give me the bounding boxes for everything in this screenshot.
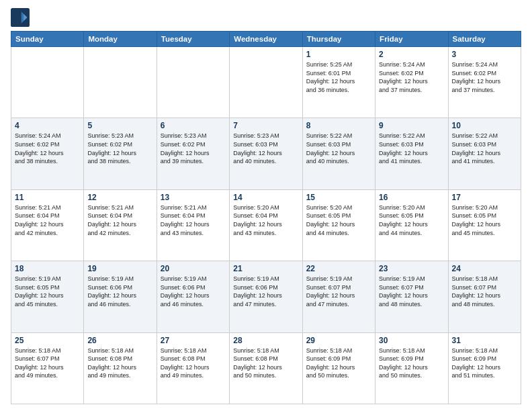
cell-info: Sunrise: 5:19 AM Sunset: 6:05 PM Dayligh… — [15, 275, 80, 308]
day-number: 15 — [306, 193, 371, 202]
day-number: 17 — [452, 193, 517, 202]
logo-icon — [11, 8, 30, 27]
calendar-cell: 11Sunrise: 5:21 AM Sunset: 6:04 PM Dayli… — [11, 189, 84, 261]
cell-info: Sunrise: 5:22 AM Sunset: 6:03 PM Dayligh… — [379, 132, 444, 165]
day-number: 19 — [87, 264, 152, 273]
cell-info: Sunrise: 5:23 AM Sunset: 6:03 PM Dayligh… — [233, 132, 298, 165]
calendar-cell: 19Sunrise: 5:19 AM Sunset: 6:06 PM Dayli… — [84, 261, 157, 332]
day-number: 28 — [233, 336, 298, 345]
cell-info: Sunrise: 5:18 AM Sunset: 6:09 PM Dayligh… — [379, 347, 444, 380]
calendar-cell: 9Sunrise: 5:22 AM Sunset: 6:03 PM Daylig… — [375, 118, 448, 189]
day-number: 11 — [15, 193, 80, 202]
cell-info: Sunrise: 5:21 AM Sunset: 6:04 PM Dayligh… — [161, 203, 226, 237]
cell-info: Sunrise: 5:18 AM Sunset: 6:09 PM Dayligh… — [306, 347, 371, 380]
cell-info: Sunrise: 5:23 AM Sunset: 6:02 PM Dayligh… — [87, 132, 152, 165]
calendar-week-row: 11Sunrise: 5:21 AM Sunset: 6:04 PM Dayli… — [11, 189, 521, 261]
calendar-cell: 26Sunrise: 5:18 AM Sunset: 6:08 PM Dayli… — [84, 332, 157, 404]
day-number: 24 — [452, 264, 517, 273]
cell-info: Sunrise: 5:18 AM Sunset: 6:08 PM Dayligh… — [161, 347, 226, 380]
calendar-cell: 28Sunrise: 5:18 AM Sunset: 6:08 PM Dayli… — [230, 332, 302, 404]
calendar-cell: 24Sunrise: 5:18 AM Sunset: 6:07 PM Dayli… — [448, 261, 521, 332]
day-number: 2 — [379, 50, 444, 59]
cell-info: Sunrise: 5:19 AM Sunset: 6:07 PM Dayligh… — [306, 275, 371, 308]
cell-info: Sunrise: 5:24 AM Sunset: 6:02 PM Dayligh… — [15, 132, 80, 165]
calendar-cell: 3Sunrise: 5:24 AM Sunset: 6:02 PM Daylig… — [448, 47, 521, 118]
cell-info: Sunrise: 5:20 AM Sunset: 6:05 PM Dayligh… — [379, 203, 444, 237]
calendar-cell: 8Sunrise: 5:22 AM Sunset: 6:03 PM Daylig… — [302, 118, 375, 189]
day-number: 7 — [233, 121, 298, 130]
calendar-cell — [84, 47, 157, 118]
logo — [11, 8, 32, 27]
weekday-header-row: SundayMondayTuesdayWednesdayThursdayFrid… — [11, 32, 521, 47]
calendar-cell: 12Sunrise: 5:21 AM Sunset: 6:04 PM Dayli… — [84, 189, 157, 261]
day-number: 20 — [161, 264, 226, 273]
calendar-cell: 22Sunrise: 5:19 AM Sunset: 6:07 PM Dayli… — [302, 261, 375, 332]
calendar-week-row: 18Sunrise: 5:19 AM Sunset: 6:05 PM Dayli… — [11, 261, 521, 332]
calendar-week-row: 1Sunrise: 5:25 AM Sunset: 6:01 PM Daylig… — [11, 47, 521, 118]
day-number: 27 — [161, 336, 226, 345]
day-number: 31 — [452, 336, 517, 345]
cell-info: Sunrise: 5:23 AM Sunset: 6:02 PM Dayligh… — [161, 132, 226, 165]
calendar-cell: 5Sunrise: 5:23 AM Sunset: 6:02 PM Daylig… — [84, 118, 157, 189]
weekday-header-tuesday: Tuesday — [157, 32, 229, 47]
day-number: 1 — [306, 50, 371, 59]
cell-info: Sunrise: 5:19 AM Sunset: 6:06 PM Dayligh… — [161, 275, 226, 308]
day-number: 29 — [306, 336, 371, 345]
cell-info: Sunrise: 5:18 AM Sunset: 6:09 PM Dayligh… — [452, 347, 517, 380]
day-number: 21 — [233, 264, 298, 273]
header — [11, 8, 521, 27]
calendar-cell: 25Sunrise: 5:18 AM Sunset: 6:07 PM Dayli… — [11, 332, 84, 404]
day-number: 10 — [452, 121, 517, 130]
cell-info: Sunrise: 5:20 AM Sunset: 6:05 PM Dayligh… — [306, 203, 371, 237]
day-number: 26 — [87, 336, 152, 345]
day-number: 3 — [452, 50, 517, 59]
calendar-cell: 18Sunrise: 5:19 AM Sunset: 6:05 PM Dayli… — [11, 261, 84, 332]
day-number: 5 — [87, 121, 152, 130]
cell-info: Sunrise: 5:19 AM Sunset: 6:07 PM Dayligh… — [379, 275, 444, 308]
page: SundayMondayTuesdayWednesdayThursdayFrid… — [0, 0, 532, 411]
calendar-cell: 31Sunrise: 5:18 AM Sunset: 6:09 PM Dayli… — [448, 332, 521, 404]
cell-info: Sunrise: 5:24 AM Sunset: 6:02 PM Dayligh… — [379, 60, 444, 94]
cell-info: Sunrise: 5:24 AM Sunset: 6:02 PM Dayligh… — [452, 60, 517, 94]
weekday-header-wednesday: Wednesday — [230, 32, 302, 47]
day-number: 16 — [379, 193, 444, 202]
cell-info: Sunrise: 5:18 AM Sunset: 6:08 PM Dayligh… — [87, 347, 152, 380]
weekday-header-monday: Monday — [84, 32, 157, 47]
calendar-cell: 21Sunrise: 5:19 AM Sunset: 6:06 PM Dayli… — [230, 261, 302, 332]
cell-info: Sunrise: 5:18 AM Sunset: 6:08 PM Dayligh… — [233, 347, 298, 380]
cell-info: Sunrise: 5:19 AM Sunset: 6:06 PM Dayligh… — [87, 275, 152, 308]
cell-info: Sunrise: 5:22 AM Sunset: 6:03 PM Dayligh… — [306, 132, 371, 165]
day-number: 18 — [15, 264, 80, 273]
day-number: 9 — [379, 121, 444, 130]
cell-info: Sunrise: 5:21 AM Sunset: 6:04 PM Dayligh… — [15, 203, 80, 237]
calendar-cell: 29Sunrise: 5:18 AM Sunset: 6:09 PM Dayli… — [302, 332, 375, 404]
cell-info: Sunrise: 5:20 AM Sunset: 6:04 PM Dayligh… — [233, 203, 298, 237]
calendar-cell: 17Sunrise: 5:20 AM Sunset: 6:05 PM Dayli… — [448, 189, 521, 261]
day-number: 12 — [87, 193, 152, 202]
weekday-header-sunday: Sunday — [11, 32, 84, 47]
calendar-cell — [230, 47, 302, 118]
calendar-cell: 10Sunrise: 5:22 AM Sunset: 6:03 PM Dayli… — [448, 118, 521, 189]
calendar-cell: 14Sunrise: 5:20 AM Sunset: 6:04 PM Dayli… — [230, 189, 302, 261]
calendar-cell: 2Sunrise: 5:24 AM Sunset: 6:02 PM Daylig… — [375, 47, 448, 118]
calendar-cell: 15Sunrise: 5:20 AM Sunset: 6:05 PM Dayli… — [302, 189, 375, 261]
calendar-cell: 20Sunrise: 5:19 AM Sunset: 6:06 PM Dayli… — [157, 261, 229, 332]
calendar-cell: 1Sunrise: 5:25 AM Sunset: 6:01 PM Daylig… — [302, 47, 375, 118]
cell-info: Sunrise: 5:21 AM Sunset: 6:04 PM Dayligh… — [87, 203, 152, 237]
cell-info: Sunrise: 5:22 AM Sunset: 6:03 PM Dayligh… — [452, 132, 517, 165]
weekday-header-thursday: Thursday — [302, 32, 375, 47]
calendar-cell — [157, 47, 229, 118]
day-number: 4 — [15, 121, 80, 130]
cell-info: Sunrise: 5:18 AM Sunset: 6:07 PM Dayligh… — [15, 347, 80, 380]
calendar-table: SundayMondayTuesdayWednesdayThursdayFrid… — [11, 31, 521, 404]
day-number: 8 — [306, 121, 371, 130]
calendar-cell: 4Sunrise: 5:24 AM Sunset: 6:02 PM Daylig… — [11, 118, 84, 189]
calendar-week-row: 4Sunrise: 5:24 AM Sunset: 6:02 PM Daylig… — [11, 118, 521, 189]
day-number: 22 — [306, 264, 371, 273]
cell-info: Sunrise: 5:19 AM Sunset: 6:06 PM Dayligh… — [233, 275, 298, 308]
calendar-cell: 6Sunrise: 5:23 AM Sunset: 6:02 PM Daylig… — [157, 118, 229, 189]
day-number: 23 — [379, 264, 444, 273]
calendar-cell: 13Sunrise: 5:21 AM Sunset: 6:04 PM Dayli… — [157, 189, 229, 261]
calendar-cell: 16Sunrise: 5:20 AM Sunset: 6:05 PM Dayli… — [375, 189, 448, 261]
calendar-cell: 30Sunrise: 5:18 AM Sunset: 6:09 PM Dayli… — [375, 332, 448, 404]
